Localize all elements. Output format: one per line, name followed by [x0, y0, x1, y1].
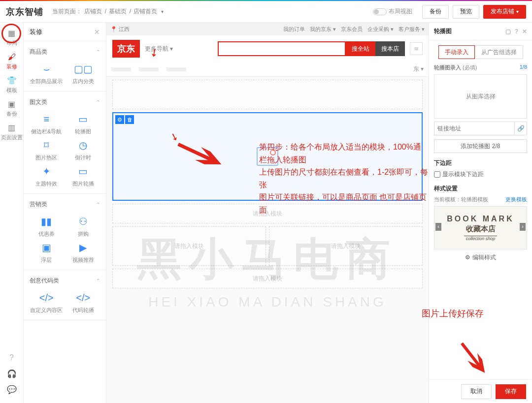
- play-icon: ▶: [76, 241, 90, 254]
- help-icon[interactable]: ?: [515, 28, 518, 35]
- drag-slot-1[interactable]: 请拖入模块: [112, 204, 423, 223]
- chevron-up-icon: ⌃: [96, 99, 100, 105]
- style-section-title: 样式设置: [434, 185, 527, 193]
- jd-member[interactable]: 京东会员: [341, 26, 363, 33]
- crumb-base[interactable]: 基础页: [109, 8, 127, 15]
- module-countdown[interactable]: ◷倒计时: [66, 138, 100, 161]
- jd-cs[interactable]: 客户服务 ▾: [399, 26, 425, 33]
- section-imgtext[interactable]: 图文类⌃: [30, 95, 100, 108]
- slot-delete-button[interactable]: 🗑: [125, 115, 134, 124]
- module-category[interactable]: ▢▢店内分类: [66, 62, 100, 85]
- slot-settings-button[interactable]: ⚙: [115, 115, 124, 124]
- carousel-slot[interactable]: ⚙ 🗑: [112, 112, 423, 201]
- chat-icon[interactable]: 💬: [5, 382, 19, 396]
- link-input[interactable]: [434, 122, 515, 135]
- module-theme[interactable]: ✦主题特效: [30, 164, 64, 187]
- drag-slot-2b[interactable]: 请拖入模块: [269, 226, 423, 266]
- prev-arrow-icon[interactable]: ‹: [435, 223, 441, 231]
- search-all-button[interactable]: 搜全站: [346, 41, 375, 56]
- module-panel: 装修 ✕ 商品类⌃ ⌣全部商品展示 ▢▢店内分类 图文类⌃ ≡侧边栏&导航 ▭轮…: [24, 23, 106, 403]
- jd-my-jd[interactable]: 我的京东 ▾: [310, 26, 336, 33]
- cancel-button[interactable]: 取消: [461, 384, 492, 399]
- breadcrumb: 当前页面： 店铺页 / 基础页 / 店铺首页 ▾: [52, 7, 165, 16]
- code-icon: </>: [39, 291, 53, 305]
- section-market[interactable]: 营销类⌃: [30, 198, 100, 211]
- page-icon: ▥: [7, 123, 17, 133]
- more-nav[interactable]: 更多导航 ▾: [145, 45, 173, 53]
- layers-button[interactable]: ≋: [410, 42, 423, 55]
- chevron-up-icon: ⌃: [96, 202, 100, 207]
- preview-button[interactable]: 预览: [453, 5, 479, 19]
- module-all-goods[interactable]: ⌣全部商品展示: [30, 62, 64, 85]
- drag-slot-3[interactable]: 请拖入模块: [112, 269, 423, 288]
- crumb-shop[interactable]: 店铺页: [84, 8, 102, 15]
- module-img-scroll[interactable]: ▭图片轮播: [66, 164, 100, 187]
- pick-from-gallery[interactable]: 从图库选择: [434, 74, 527, 119]
- properties-panel: 轮播图 ▢ ? ✕ 手动录入 从广告组选择 轮播图录入 (必填) 1/8 从图库…: [429, 23, 532, 403]
- save-button[interactable]: 保存: [496, 384, 526, 399]
- close-icon[interactable]: ✕: [522, 28, 527, 35]
- brush-icon: 🖌: [7, 52, 17, 62]
- section-goods[interactable]: 商品类⌃: [30, 45, 100, 58]
- goods-icon: ⌣: [39, 62, 53, 76]
- section-code[interactable]: 创意代码类⌃: [30, 274, 100, 287]
- headset-icon[interactable]: 🎧: [5, 367, 19, 380]
- module-float[interactable]: ▣浮层: [30, 241, 64, 264]
- crumb-home[interactable]: 店铺首页 ▾: [133, 8, 163, 15]
- tab-from-ad[interactable]: 从广告组选择: [475, 45, 523, 59]
- add-carousel-button[interactable]: 添加轮播图 2/8: [434, 139, 527, 153]
- coupon-icon: ▮▮: [39, 215, 53, 228]
- change-template-link[interactable]: 更换模板: [505, 196, 527, 203]
- banner-slot[interactable]: [112, 80, 423, 109]
- tab-manual-input[interactable]: 手动录入: [438, 45, 475, 59]
- jd-my-order[interactable]: 我的订单: [283, 26, 305, 33]
- iconbar-decorate[interactable]: 🖌 装修: [0, 49, 24, 73]
- list-icon: ≡: [39, 112, 53, 126]
- help-icon[interactable]: ?: [5, 351, 19, 365]
- backup-button[interactable]: 备份: [422, 5, 449, 19]
- iconbar-template[interactable]: 👕 模板: [0, 73, 24, 96]
- layout-view-toggle[interactable]: 布局视图: [373, 7, 412, 16]
- module-sidebar-nav[interactable]: ≡侧边栏&导航: [30, 112, 64, 135]
- panel-title: 装修: [30, 28, 42, 36]
- iconbar-layout[interactable]: ▦ 布局: [0, 26, 24, 49]
- module-code-carousel[interactable]: </>代码轮播: [66, 291, 100, 314]
- jd-biz[interactable]: 企业采购 ▾: [367, 26, 394, 33]
- float-icon: ▣: [39, 241, 53, 254]
- module-custom[interactable]: </>自定义内容区: [30, 291, 64, 314]
- search-shop-button[interactable]: 搜本店: [375, 41, 405, 56]
- left-iconbar: ▦ 布局 🖌 装修 👕 模板 ▣ 备份 ▥ 页面设置 ? 🎧 💬: [0, 23, 24, 403]
- iconbar-backup[interactable]: ▣ 备份: [0, 96, 24, 120]
- edit-style-button[interactable]: ⚙ 编辑样式: [434, 253, 527, 262]
- checkbox-input[interactable]: [434, 171, 440, 178]
- module-group[interactable]: ⚇拼购: [66, 215, 100, 238]
- next-arrow-icon[interactable]: ›: [520, 223, 526, 231]
- close-icon[interactable]: ✕: [94, 28, 100, 36]
- module-video[interactable]: ▶视频推荐: [66, 241, 100, 264]
- tablet-icon[interactable]: ▢: [505, 28, 511, 35]
- module-carousel[interactable]: ▭轮播图: [66, 112, 100, 135]
- search-input[interactable]: [218, 41, 346, 56]
- publish-button[interactable]: 发布店铺▾: [483, 5, 526, 19]
- margin-section-title: 下边距: [434, 159, 527, 167]
- jd-logo: 京东: [112, 40, 140, 58]
- drag-slot-2a[interactable]: 请拖入模块: [112, 226, 266, 266]
- people-icon: ⚇: [76, 215, 90, 228]
- current-template-label: 当前模板：轮播图模板: [434, 196, 488, 203]
- entry-count: 1/8: [520, 64, 527, 70]
- canvas: 黑小马电商 HEI XIAO MA DIAN SHANG 📍 江西 我的订单 我…: [106, 23, 429, 403]
- layers-icon: ≋: [414, 45, 419, 52]
- show-margin-checkbox[interactable]: 显示模块下边距: [434, 170, 527, 179]
- code-carousel-icon: </>: [76, 291, 90, 305]
- clock-icon: ◷: [76, 138, 90, 152]
- module-coupon[interactable]: ▮▮优惠券: [30, 215, 64, 238]
- backup-icon: ▣: [7, 99, 17, 109]
- iconbar-page[interactable]: ▥ 页面设置: [0, 120, 24, 144]
- hotzone-icon: ⌑: [39, 138, 53, 152]
- module-hotzone[interactable]: ⌑图片热区: [30, 138, 64, 161]
- toggle-switch-icon: [373, 8, 387, 15]
- image-icon: ▭: [76, 164, 90, 178]
- link-icon[interactable]: 🔗: [515, 122, 527, 135]
- category-icon: ▢▢: [76, 62, 90, 76]
- sparkle-icon: ✦: [39, 164, 53, 178]
